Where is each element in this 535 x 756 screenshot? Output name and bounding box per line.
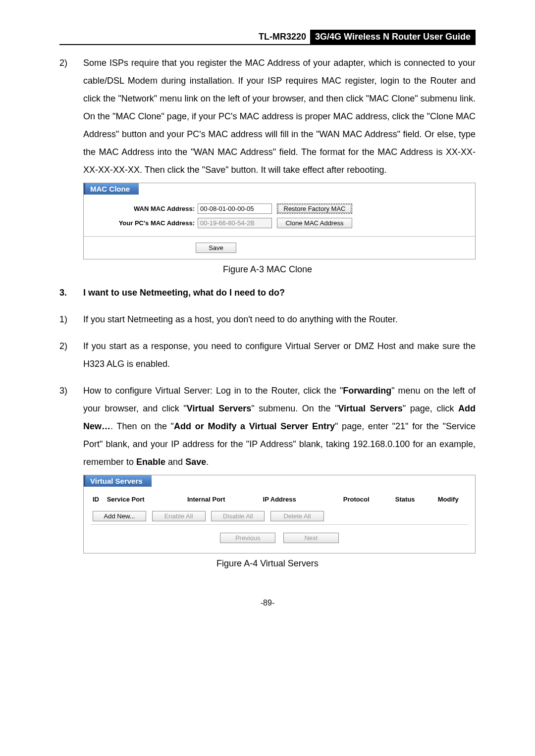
- col-status: Status: [395, 496, 438, 503]
- list-number: 1): [59, 310, 83, 328]
- disable-all-button[interactable]: Disable All: [211, 511, 265, 521]
- mac-clone-title: MAC Clone: [84, 183, 139, 195]
- text-seg: " submenu. On the ": [251, 403, 338, 413]
- pc-mac-label: Your PC's MAC Address:: [91, 219, 198, 227]
- bold-forwarding: Forwarding: [343, 386, 391, 396]
- figure-a3-caption: Figure A-3 MAC Clone: [59, 264, 476, 275]
- delete-all-button[interactable]: Delete All: [270, 511, 324, 521]
- answer-3-1: 1) If you start Netmeeting as a host, yo…: [59, 310, 476, 328]
- text-seg: .: [206, 457, 209, 467]
- text-seg: " page, click: [403, 403, 458, 413]
- header-model: TL-MR3220: [259, 30, 310, 44]
- answer-text: If you start as a response, you need to …: [83, 337, 476, 373]
- bold-save: Save: [185, 457, 206, 467]
- virtual-servers-panel: Virtual Servers ID Service Port Internal…: [83, 475, 476, 554]
- virtual-servers-title: Virtual Servers: [84, 475, 152, 487]
- figure-a4-caption: Figure A-4 Virtual Servers: [59, 558, 476, 569]
- col-ip-address: IP Address: [263, 496, 343, 503]
- header-guide: 3G/4G Wireless N Router User Guide: [310, 30, 476, 44]
- col-id: ID: [93, 496, 107, 503]
- list-number: 3): [59, 382, 83, 471]
- page-header: TL-MR3220 3G/4G Wireless N Router User G…: [59, 30, 476, 45]
- bold-enable: Enable: [136, 457, 165, 467]
- list-number: 2): [59, 337, 83, 373]
- next-button[interactable]: Next: [283, 533, 339, 543]
- answer-3-3: 3) How to configure Virtual Server: Log …: [59, 382, 476, 471]
- wan-mac-label: WAN MAC Address:: [91, 205, 198, 212]
- answer-text: How to configure Virtual Server: Log in …: [83, 382, 476, 471]
- col-internal-port: Internal Port: [187, 496, 263, 503]
- restore-factory-mac-button[interactable]: Restore Factory MAC: [277, 203, 352, 214]
- previous-button[interactable]: Previous: [220, 533, 275, 543]
- clone-mac-address-button[interactable]: Clone MAC Address: [277, 218, 352, 228]
- col-modify: Modify: [438, 496, 466, 503]
- bold-virtual-servers-2: Virtual Servers: [338, 403, 402, 413]
- col-protocol: Protocol: [343, 496, 395, 503]
- mac-clone-panel: MAC Clone WAN MAC Address: Restore Facto…: [83, 183, 476, 259]
- add-new-button[interactable]: Add New...: [93, 511, 146, 521]
- paragraph-isp-mac: 2) Some ISPs require that you register t…: [59, 54, 476, 179]
- enable-all-button[interactable]: Enable All: [152, 511, 206, 521]
- answer-3-2: 2) If you start as a response, you need …: [59, 337, 476, 373]
- list-number: 3.: [59, 284, 83, 302]
- text-seg: How to configure Virtual Server: Log in …: [83, 386, 343, 396]
- col-service-port: Service Port: [107, 496, 187, 503]
- list-number: 2): [59, 54, 83, 179]
- paragraph-text: Some ISPs require that you register the …: [83, 54, 476, 179]
- wan-mac-input[interactable]: [198, 203, 272, 214]
- save-button[interactable]: Save: [196, 243, 236, 253]
- question-text: I want to use Netmeeting, what do I need…: [83, 284, 476, 302]
- question-3: 3. I want to use Netmeeting, what do I n…: [59, 284, 476, 302]
- text-seg: and: [165, 457, 185, 467]
- pc-mac-input: [198, 218, 272, 228]
- bold-virtual-servers: Virtual Servers: [187, 403, 251, 413]
- bold-add-modify: Add or Modify a Virtual Server Entry: [174, 421, 335, 431]
- text-seg: . Then on the ": [110, 421, 174, 431]
- page-number: -89-: [59, 599, 476, 607]
- virtual-servers-columns: ID Service Port Internal Port IP Address…: [91, 496, 468, 508]
- answer-text: If you start Netmeeting as a host, you d…: [83, 310, 476, 328]
